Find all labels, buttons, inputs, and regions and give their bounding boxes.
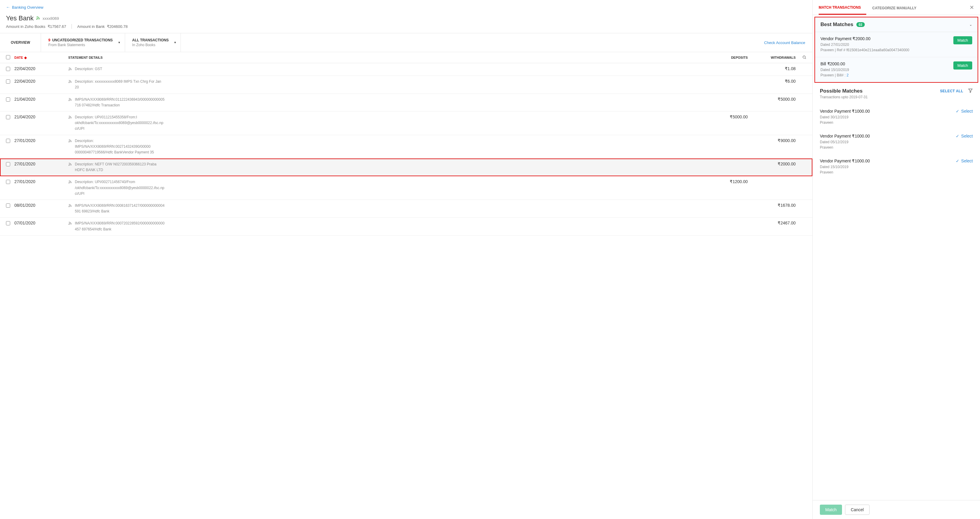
back-link-label: Banking Overview <box>12 5 43 10</box>
match-dated: Dated 27/01/2020 <box>821 42 909 47</box>
match-button[interactable]: Match <box>953 36 972 44</box>
bank-name: Yes Bank <box>6 14 33 22</box>
possible-matches-sub: Transactions upto 2019-07-31 <box>820 95 868 99</box>
select-all-link[interactable]: SELECT ALL <box>940 89 963 93</box>
svg-point-11 <box>69 224 70 225</box>
select-link[interactable]: ✓ Select <box>956 158 973 163</box>
col-date[interactable]: DATE ◆ <box>14 56 68 60</box>
check-balance-link[interactable]: Check Account Balance <box>757 33 812 52</box>
close-icon[interactable]: ✕ <box>969 4 974 11</box>
possible-who: Praveen <box>820 145 870 150</box>
banking-overview-link[interactable]: ← Banking Overview <box>0 5 49 14</box>
col-deposits: DEPOSITS <box>703 56 748 59</box>
row-date: 27/01/2020 <box>14 138 68 143</box>
row-checkbox[interactable] <box>6 162 10 166</box>
svg-line-2 <box>805 58 806 59</box>
table-row[interactable]: 22/04/2020 Description: GST ₹1.08 <box>0 63 812 76</box>
possible-title: Vendor Payment ₹1000.00 <box>820 134 870 139</box>
row-checkbox[interactable] <box>6 67 10 71</box>
feed-icon <box>68 79 72 90</box>
match-dated: Dated 15/10/2019 <box>821 67 849 72</box>
table-header: DATE ◆ STATEMENT DETAILS DEPOSITS WITHDR… <box>0 52 812 63</box>
tab-overview-label: OVERVIEW <box>11 40 30 45</box>
row-withdrawal: ₹6.00 <box>748 79 795 84</box>
row-description: Description: xxxxxxxxxxx8069 IMPS Txn Ch… <box>75 79 165 90</box>
amount-bank-value: ₹204600.78 <box>107 24 127 29</box>
table-row[interactable]: 27/01/2020 Description: IMPS/NA/XXX8069/… <box>0 135 812 159</box>
amount-books-label: Amount in Zoho Books <box>6 24 46 29</box>
row-checkbox[interactable] <box>6 203 10 208</box>
table-row[interactable]: 21/04/2020 Description: UPI/011215455358… <box>0 112 812 135</box>
match-button[interactable]: Match <box>820 505 842 515</box>
match-button[interactable]: Match <box>953 61 972 70</box>
best-matches-box: Best Matches 02 ⌄ Vendor Payment ₹2000.0… <box>815 17 978 83</box>
possible-who: Praveen <box>820 169 870 175</box>
table-row[interactable]: 27/01/2020 Description: NEFT O/W N027200… <box>0 158 812 176</box>
feed-icon <box>68 66 72 72</box>
tab-match-transactions[interactable]: MATCH TRANSACTIONS <box>819 0 866 15</box>
best-match-item: Vendor Payment ₹2000.00 Dated 27/01/2020… <box>815 32 978 57</box>
best-matches-title: Best Matches <box>821 22 853 27</box>
possible-dated: Dated 30/12/2019 <box>820 115 870 120</box>
row-checkbox[interactable] <box>6 115 10 119</box>
col-details: STATEMENT DETAILS <box>68 56 703 59</box>
cancel-button[interactable]: Cancel <box>845 505 870 515</box>
svg-marker-12 <box>969 89 972 93</box>
bill-link[interactable]: 2 <box>846 73 849 77</box>
feed-icon <box>68 161 72 173</box>
row-description: Description: UPI/011215455358/From:I okh… <box>75 115 165 132</box>
row-description: Description: NEFT O/W N027200359366123 P… <box>75 161 165 173</box>
best-matches-header[interactable]: Best Matches 02 ⌄ <box>815 18 978 32</box>
svg-point-4 <box>69 82 70 83</box>
svg-point-10 <box>69 206 70 207</box>
tab-all-transactions[interactable]: ALL TRANSACTIONS In Zoho Books ▼ <box>125 33 181 52</box>
row-description: IMPS/NA/XXX8069/RRN:011222436943/0000000… <box>75 97 165 108</box>
feed-icon <box>68 220 72 232</box>
tab-overview[interactable]: OVERVIEW <box>0 33 41 52</box>
table-row[interactable]: 27/01/2020 Description: UPI/002711456740… <box>0 176 812 200</box>
svg-point-3 <box>69 70 70 70</box>
table-row[interactable]: 08/01/2020 IMPS/NA/XXX8069/RRN:000816371… <box>0 200 812 217</box>
bank-title: Yes Bank xxxx8069 <box>6 14 807 22</box>
col-withdrawals: WITHDRAWALS <box>748 56 795 59</box>
row-description: Description: IMPS/NA/XXX8069/RRN:0027143… <box>75 138 165 155</box>
svg-point-1 <box>803 56 805 58</box>
check-icon: ✓ <box>956 109 959 113</box>
row-checkbox[interactable] <box>6 97 10 102</box>
feed-icon <box>68 203 72 214</box>
table-row[interactable]: 21/04/2020 IMPS/NA/XXX8069/RRN:011222436… <box>0 94 812 112</box>
svg-point-8 <box>69 165 70 166</box>
check-icon: ✓ <box>956 158 959 163</box>
table-row[interactable]: 22/04/2020 Description: xxxxxxxxxxx8069 … <box>0 76 812 94</box>
row-checkbox[interactable] <box>6 139 10 143</box>
row-checkbox[interactable] <box>6 180 10 184</box>
row-checkbox[interactable] <box>6 80 10 84</box>
possible-title: Vendor Payment ₹1000.00 <box>820 158 870 163</box>
row-date: 22/04/2020 <box>14 66 68 71</box>
possible-match-item: Vendor Payment ₹1000.00 Dated 15/10/2019… <box>820 154 973 179</box>
tab-uncategorized[interactable]: 9 UNCATEGORIZED TRANSACTIONS From Bank S… <box>41 33 125 52</box>
row-deposit: ₹5000.00 <box>703 115 748 119</box>
chevron-down-icon: ⌄ <box>969 22 972 27</box>
row-description: IMPS/NA/XXX8069/RRN:000816371427/0000000… <box>75 203 165 214</box>
arrow-left-icon: ← <box>6 5 10 10</box>
select-link[interactable]: ✓ Select <box>956 134 973 139</box>
tab-categorize-manually[interactable]: CATEGORIZE MANUALLY <box>872 1 922 14</box>
all-label: ALL TRANSACTIONS <box>132 38 169 42</box>
row-date: 07/01/2020 <box>14 220 68 225</box>
best-match-item: Bill ₹2000.00 Dated 15/10/2019 Praveen |… <box>815 57 978 82</box>
table-row[interactable]: 07/01/2020 IMPS/NA/XXX8069/RRN:000720228… <box>0 217 812 235</box>
select-all-checkbox[interactable] <box>6 55 10 59</box>
chevron-down-icon: ▼ <box>118 41 121 44</box>
row-withdrawal: ₹1678.00 <box>748 203 795 208</box>
filter-icon[interactable] <box>968 88 973 94</box>
match-title: Vendor Payment ₹2000.00 <box>821 36 909 41</box>
account-mask: xxxx8069 <box>43 16 59 21</box>
row-date: 22/04/2020 <box>14 79 68 84</box>
row-withdrawal: ₹1.08 <box>748 66 795 71</box>
row-checkbox[interactable] <box>6 221 10 225</box>
uncat-count: 9 <box>48 38 50 42</box>
select-link[interactable]: ✓ Select <box>956 109 973 113</box>
row-deposit: ₹1200.00 <box>703 179 748 184</box>
search-icon[interactable] <box>802 56 807 60</box>
